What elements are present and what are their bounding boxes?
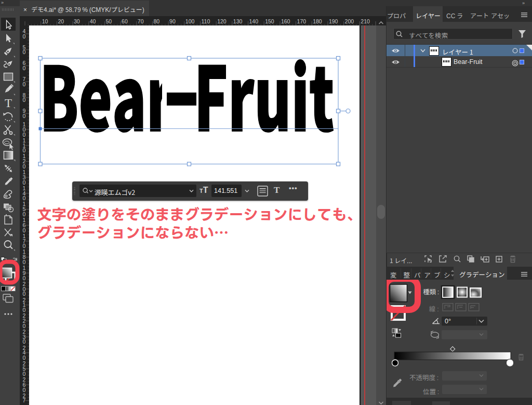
svg-text:0°: 0° xyxy=(445,318,451,325)
svg-text:T: T xyxy=(5,97,12,110)
